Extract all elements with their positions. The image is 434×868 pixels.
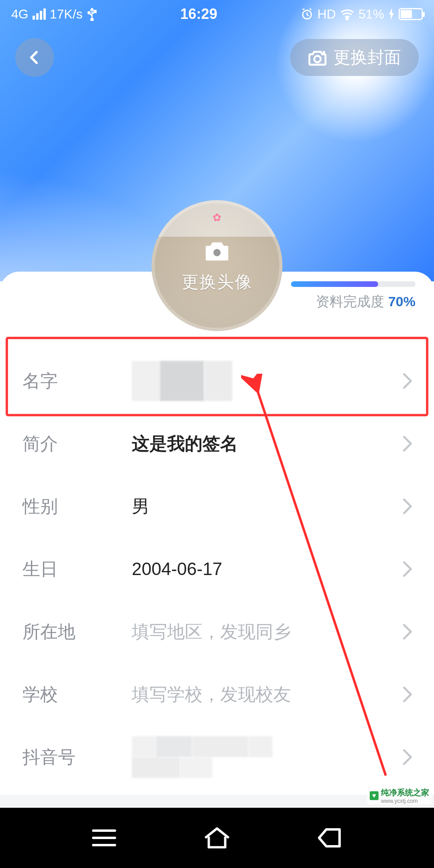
nav-home-button[interactable] bbox=[202, 825, 232, 851]
row-douyin-id[interactable]: 抖音号 bbox=[0, 726, 434, 788]
row-bio[interactable]: 简介 这是我的签名 bbox=[0, 412, 434, 475]
signal-icon bbox=[33, 8, 46, 20]
charging-icon bbox=[388, 8, 395, 20]
field-value: 2004-06-17 bbox=[132, 559, 402, 579]
chevron-right-icon bbox=[402, 372, 413, 390]
usb-icon bbox=[87, 7, 97, 21]
chevron-right-icon bbox=[402, 623, 413, 641]
row-location[interactable]: 所在地 填写地区，发现同乡 bbox=[0, 600, 434, 663]
field-placeholder: 填写地区，发现同乡 bbox=[132, 620, 402, 644]
battery-icon bbox=[399, 8, 423, 20]
svg-point-1 bbox=[88, 12, 90, 14]
field-value-redacted bbox=[132, 361, 402, 401]
battery-percent: 51% bbox=[358, 7, 384, 22]
nav-recent-button[interactable] bbox=[90, 826, 119, 850]
row-gender[interactable]: 性别 男 bbox=[0, 475, 434, 538]
status-left: 4G 17K/s bbox=[11, 7, 97, 22]
hd-indicator: HD bbox=[317, 7, 336, 22]
avatar-decor-icon: ✿ bbox=[213, 211, 221, 224]
profile-fields: 名字 简介 这是我的签名 性别 男 生日 2004-06-17 所在地 填写地 bbox=[0, 350, 434, 788]
field-value-redacted bbox=[132, 736, 402, 778]
chevron-right-icon bbox=[402, 497, 413, 515]
svg-point-0 bbox=[90, 18, 93, 21]
watermark-icon: ♥ bbox=[370, 791, 379, 800]
top-nav: 更换封面 bbox=[0, 35, 434, 80]
camera-icon bbox=[203, 238, 231, 264]
progress-fill bbox=[291, 281, 378, 287]
watermark: ♥ 纯净系统之家 www.ycxtj.com bbox=[367, 786, 432, 805]
home-icon bbox=[202, 825, 232, 851]
status-right: HD 51% bbox=[301, 7, 423, 22]
chevron-right-icon bbox=[402, 748, 413, 766]
chevron-right-icon bbox=[402, 686, 413, 703]
back-icon bbox=[315, 826, 344, 850]
watermark-title: 纯净系统之家 bbox=[381, 788, 429, 797]
watermark-sub: www.ycxtj.com bbox=[381, 798, 429, 804]
svg-point-4 bbox=[346, 18, 348, 20]
back-button[interactable] bbox=[15, 38, 54, 77]
field-label: 所在地 bbox=[23, 620, 132, 644]
field-label: 抖音号 bbox=[23, 745, 132, 769]
progress-percent: 70% bbox=[388, 294, 416, 309]
field-value: 这是我的签名 bbox=[132, 432, 402, 456]
field-label: 学校 bbox=[23, 683, 132, 706]
row-birthday[interactable]: 生日 2004-06-17 bbox=[0, 538, 434, 600]
menu-icon bbox=[90, 826, 119, 850]
progress-label: 资料完成度 70% bbox=[316, 293, 416, 311]
field-label: 生日 bbox=[23, 557, 132, 581]
field-label: 简介 bbox=[23, 432, 132, 456]
field-label: 性别 bbox=[23, 495, 132, 518]
chevron-left-icon bbox=[27, 49, 43, 66]
network-type: 4G bbox=[11, 7, 29, 22]
progress-text: 资料完成度 bbox=[316, 294, 384, 309]
change-cover-label: 更换封面 bbox=[334, 46, 401, 69]
system-nav-bar bbox=[0, 808, 434, 868]
svg-point-5 bbox=[314, 56, 321, 62]
row-school[interactable]: 学校 填写学校，发现校友 bbox=[0, 663, 434, 726]
change-avatar-label: 更换头像 bbox=[182, 271, 252, 293]
screen: 4G 17K/s 16:29 HD 51% 更换封面 ✿ bbox=[0, 0, 434, 868]
status-time: 16:29 bbox=[180, 6, 217, 23]
change-avatar-button[interactable]: ✿ 更换头像 bbox=[151, 200, 283, 331]
svg-rect-2 bbox=[94, 10, 96, 12]
row-name[interactable]: 名字 bbox=[0, 350, 434, 412]
chevron-right-icon bbox=[402, 435, 413, 452]
camera-icon bbox=[308, 49, 327, 66]
network-speed: 17K/s bbox=[50, 7, 83, 22]
alarm-icon bbox=[301, 8, 313, 20]
chevron-right-icon bbox=[402, 560, 413, 578]
change-cover-button[interactable]: 更换封面 bbox=[290, 39, 419, 76]
progress-bar bbox=[291, 281, 416, 287]
field-placeholder: 填写学校，发现校友 bbox=[132, 683, 402, 706]
wifi-icon bbox=[340, 8, 354, 20]
field-value: 男 bbox=[132, 495, 402, 518]
status-bar: 4G 17K/s 16:29 HD 51% bbox=[0, 0, 434, 28]
nav-back-button[interactable] bbox=[315, 826, 344, 850]
field-label: 名字 bbox=[23, 369, 132, 393]
profile-completion: 资料完成度 70% bbox=[291, 281, 416, 311]
